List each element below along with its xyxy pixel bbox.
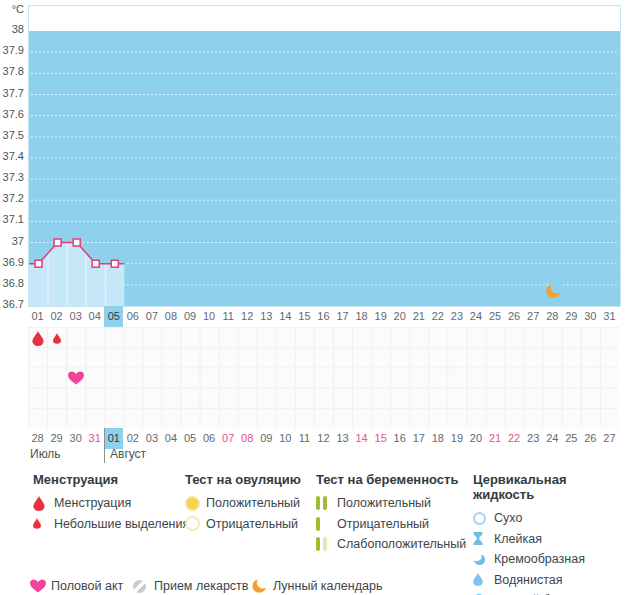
day-cell-28[interactable]: 28 — [543, 306, 562, 327]
y-axis-tick: 37.9 — [0, 44, 24, 56]
hourglass-icon — [473, 532, 494, 545]
day-cell-08[interactable]: 08 — [161, 306, 180, 327]
day-cell-30[interactable]: 30 — [581, 306, 600, 327]
date-cell-02[interactable]: 02 — [123, 428, 142, 449]
circle-yellow-outline-icon — [185, 516, 206, 531]
day-cell-04[interactable]: 04 — [85, 306, 104, 327]
legend-item-circle-yellow-outline: Отрицательный — [185, 514, 301, 535]
event-grid[interactable] — [28, 327, 619, 428]
legend-section: Тест на овуляцию Положительный Отрицател… — [185, 472, 301, 534]
legend-item-label: Положительный — [206, 496, 300, 510]
day-cell-07[interactable]: 07 — [142, 306, 161, 327]
date-cell-21[interactable]: 21 — [486, 428, 505, 449]
day-cell-11[interactable]: 11 — [219, 306, 238, 327]
month-divider — [104, 428, 105, 463]
date-cell-29[interactable]: 29 — [47, 428, 66, 449]
legend-item-label: Отрицательный — [337, 517, 429, 531]
date-cell-13[interactable]: 13 — [333, 428, 352, 449]
day-cell-16[interactable]: 16 — [314, 306, 333, 327]
date-cell-11[interactable]: 11 — [295, 428, 314, 449]
legend-item-crescent-blue: Кремообразная — [473, 549, 626, 570]
date-cell-31[interactable]: 31 — [85, 428, 104, 449]
legend-item-heart: Половой акт — [30, 576, 123, 595]
date-cell-23[interactable]: 23 — [524, 428, 543, 449]
day-cell-12[interactable]: 12 — [238, 306, 257, 327]
date-cell-06[interactable]: 06 — [200, 428, 219, 449]
month-label-august: Август — [110, 447, 146, 461]
date-cell-19[interactable]: 19 — [447, 428, 466, 449]
menstruation-icon — [53, 333, 61, 344]
y-axis-tick: 36.7 — [0, 298, 24, 310]
legend-item-hourglass: Клейкая — [473, 529, 626, 550]
legend-item-label: Сухо — [494, 511, 522, 525]
legend-item-bars-two: Положительный — [316, 493, 466, 514]
date-cell-20[interactable]: 20 — [466, 428, 485, 449]
date-cell-05[interactable]: 05 — [181, 428, 200, 449]
menstruation-icon — [32, 331, 44, 346]
day-cell-17[interactable]: 17 — [333, 306, 352, 327]
day-cell-26[interactable]: 26 — [505, 306, 524, 327]
bars-weak-icon — [316, 537, 337, 551]
date-cell-01[interactable]: 01 — [104, 428, 123, 449]
legend-section-title: Тест на овуляцию — [185, 472, 301, 487]
day-cell-09[interactable]: 09 — [181, 306, 200, 327]
legend-item-label: Кремообразная — [494, 552, 585, 566]
legend-item-circle-yellow: Положительный — [185, 493, 301, 514]
date-cell-18[interactable]: 18 — [428, 428, 447, 449]
date-cell-22[interactable]: 22 — [505, 428, 524, 449]
date-cell-15[interactable]: 15 — [371, 428, 390, 449]
day-cell-21[interactable]: 21 — [409, 306, 428, 327]
day-cell-23[interactable]: 23 — [447, 306, 466, 327]
day-cell-01[interactable]: 01 — [28, 306, 47, 327]
day-cell-31[interactable]: 31 — [600, 306, 619, 327]
legend-section: Тест на беременность Положительный Отриц… — [316, 472, 466, 555]
day-cell-19[interactable]: 19 — [371, 306, 390, 327]
date-cell-04[interactable]: 04 — [161, 428, 180, 449]
day-cell-03[interactable]: 03 — [66, 306, 85, 327]
day-cell-25[interactable]: 25 — [486, 306, 505, 327]
day-cell-13[interactable]: 13 — [257, 306, 276, 327]
date-cell-16[interactable]: 16 — [390, 428, 409, 449]
date-cell-14[interactable]: 14 — [352, 428, 371, 449]
moon-icon — [252, 578, 273, 594]
date-cell-17[interactable]: 17 — [409, 428, 428, 449]
legend-item-label: Слабоположительный — [337, 537, 466, 551]
legend-item-bars-weak: Слабоположительный — [316, 534, 466, 555]
drop-blue-icon — [473, 573, 494, 586]
date-cell-03[interactable]: 03 — [142, 428, 161, 449]
date-cell-07[interactable]: 07 — [219, 428, 238, 449]
date-cell-30[interactable]: 30 — [66, 428, 85, 449]
day-cell-29[interactable]: 29 — [562, 306, 581, 327]
date-cell-26[interactable]: 26 — [581, 428, 600, 449]
date-cell-28[interactable]: 28 — [28, 428, 47, 449]
legend-item-label: Клейкая — [494, 532, 542, 546]
legend-item-drop-small: Небольшие выделения — [33, 514, 189, 535]
day-cell-27[interactable]: 27 — [524, 306, 543, 327]
bars-two-icon — [316, 496, 337, 510]
day-cell-06[interactable]: 06 — [123, 306, 142, 327]
date-cell-10[interactable]: 10 — [276, 428, 295, 449]
day-cell-10[interactable]: 10 — [200, 306, 219, 327]
date-cell-27[interactable]: 27 — [600, 428, 619, 449]
heart-icon — [30, 579, 51, 593]
temperature-point — [111, 260, 118, 267]
day-cell-05[interactable]: 05 — [104, 306, 123, 327]
date-cell-09[interactable]: 09 — [257, 428, 276, 449]
day-cell-18[interactable]: 18 — [352, 306, 371, 327]
day-cell-15[interactable]: 15 — [295, 306, 314, 327]
temperature-point — [54, 239, 61, 246]
date-cell-12[interactable]: 12 — [314, 428, 333, 449]
day-cell-22[interactable]: 22 — [428, 306, 447, 327]
date-cell-08[interactable]: 08 — [238, 428, 257, 449]
day-cell-24[interactable]: 24 — [466, 306, 485, 327]
legend-section-title: Менструация — [33, 472, 189, 487]
day-cell-02[interactable]: 02 — [47, 306, 66, 327]
date-cell-25[interactable]: 25 — [562, 428, 581, 449]
day-cell-20[interactable]: 20 — [390, 306, 409, 327]
day-cell-14[interactable]: 14 — [276, 306, 295, 327]
legend-item-label: Небольшие выделения — [54, 517, 189, 531]
date-cell-24[interactable]: 24 — [543, 428, 562, 449]
legend-item-circle-blue: Яичный белок — [473, 590, 626, 595]
temperature-plot-area — [29, 6, 620, 306]
legend-item-drop-blue: Водянистая — [473, 570, 626, 591]
